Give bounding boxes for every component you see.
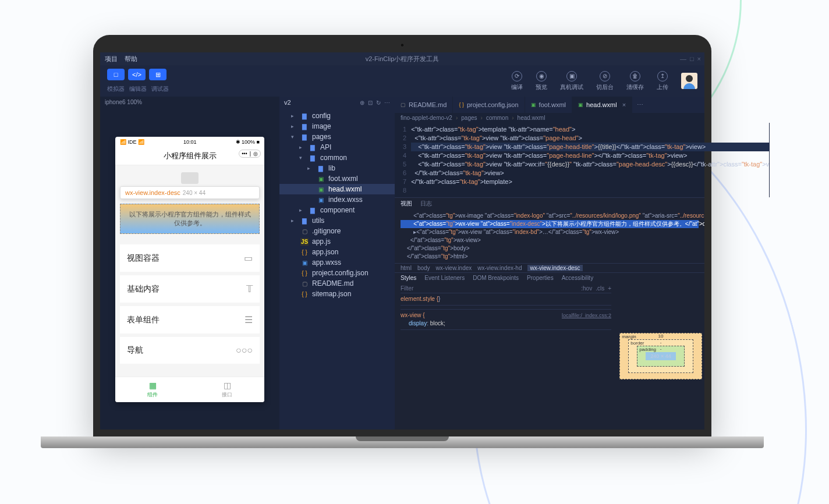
breadcrumb[interactable]: fino-applet-demo-v2›pages›common›head.wx… <box>395 113 704 123</box>
devtools-tab-view[interactable]: 视图 <box>401 200 412 208</box>
box-model: margin 10 border - padding - <box>617 283 704 430</box>
avatar[interactable] <box>681 73 697 89</box>
toolbar-action-清缓存[interactable]: 🗑清缓存 <box>626 71 644 91</box>
editor-label: 编辑器 <box>129 85 147 93</box>
file-item[interactable]: ▢.gitignore <box>279 226 395 236</box>
new-file-icon[interactable]: ⊕ <box>360 100 364 106</box>
folder-item[interactable]: ▸▇lib <box>279 163 395 173</box>
window-close-icon[interactable]: × <box>697 55 701 62</box>
folder-item[interactable]: ▾▇common <box>279 152 395 163</box>
ide-app: 项目 帮助 v2-FinClip小程序开发工具 — □ × □ </> ⊞ <box>100 52 704 430</box>
file-item[interactable]: ▣index.wxss <box>279 194 395 205</box>
menu-project[interactable]: 项目 <box>105 55 118 63</box>
menu-item[interactable]: 视图容器▭ <box>120 244 260 272</box>
styles-tab[interactable]: Styles <box>401 275 416 281</box>
refresh-icon[interactable]: ↻ <box>376 100 381 106</box>
menu-item[interactable]: 表单组件☰ <box>120 306 260 333</box>
dom-crumb[interactable]: wx-view.index-desc <box>527 265 582 271</box>
new-folder-icon[interactable]: ⊡ <box>368 100 373 106</box>
toolbar: □ </> ⊞ 模拟器 编辑器 调试器 ⟳编译◉预览▣真机调试⊘切后台🗑清缓存↥… <box>100 65 704 97</box>
folder-item[interactable]: ▸▇config <box>279 111 395 121</box>
more-icon[interactable]: ⋯ <box>384 100 390 106</box>
explorer-root[interactable]: v2 <box>284 99 291 106</box>
breadcrumb-segment[interactable]: common <box>486 115 508 121</box>
devtools: 视图 日志 <"at">class="tg">wx-image "at">cla… <box>395 197 704 430</box>
close-icon[interactable]: × <box>622 101 626 108</box>
folder-item[interactable]: ▸▇image <box>279 121 395 132</box>
file-item[interactable]: ▣foot.wxml <box>279 173 395 184</box>
css-rule[interactable]: localfile:/_index.css:2wx-view {display:… <box>401 310 611 330</box>
window-minimize-icon[interactable]: — <box>680 55 686 62</box>
file-item[interactable]: ▢README.md <box>279 278 395 289</box>
editor-area: ▢README.md{ }project.config.json▣foot.wx… <box>395 97 704 430</box>
window-title: v2-FinClip小程序开发工具 <box>366 55 440 63</box>
code-editor[interactable]: 12345678 <"tk-attr">class="tk-tag">templ… <box>395 123 704 197</box>
debugger-label: 调试器 <box>151 85 169 93</box>
breadcrumb-segment[interactable]: fino-applet-demo-v2 <box>401 115 452 121</box>
dom-crumb[interactable]: wx-view.index <box>436 265 472 271</box>
editor-tab[interactable]: { }project.config.json <box>453 97 525 113</box>
folder-item[interactable]: ▸▇API <box>279 142 395 152</box>
styles-tab[interactable]: Properties <box>527 275 554 281</box>
menu-item[interactable]: 导航○○○ <box>120 337 260 364</box>
folder-item[interactable]: ▸▇component <box>279 205 395 215</box>
capsule-button[interactable]: ••• | ◎ <box>239 150 261 158</box>
styles-tab[interactable]: Event Listeners <box>424 275 465 281</box>
file-item[interactable]: ▣head.wxml <box>279 184 395 194</box>
capsule-close-icon[interactable]: ◎ <box>253 151 258 157</box>
toolbar-action-上传[interactable]: ↥上传 <box>657 71 668 91</box>
toolbar-action-预览[interactable]: ◉预览 <box>536 71 547 91</box>
toolbar-action-切后台[interactable]: ⊘切后台 <box>596 71 614 91</box>
file-item[interactable]: { }sitemap.json <box>279 289 395 299</box>
hov-toggle[interactable]: :hov <box>581 285 592 292</box>
file-item[interactable]: { }project.config.json <box>279 268 395 278</box>
css-rule[interactable]: element.style {} <box>401 293 611 306</box>
simulator-toggle[interactable]: □ <box>107 69 125 80</box>
add-rule-icon[interactable]: + <box>608 285 611 292</box>
inspector-tooltip: wx-view.index-desc240 × 44 <box>120 186 260 199</box>
menu-item[interactable]: 基础内容𝕋 <box>120 275 260 303</box>
styles-tab[interactable]: DOM Breakpoints <box>473 275 519 281</box>
dom-tree[interactable]: <"at">class="tg">wx-image "at">class="in… <box>395 210 704 263</box>
file-explorer: v2 ⊕ ⊡ ↻ ⋯ ▸▇config▸▇image▾▇pages▸▇API▾▇… <box>279 97 395 430</box>
editor-tab[interactable]: ▢README.md <box>395 97 453 113</box>
menubar: 项目 帮助 v2-FinClip小程序开发工具 — □ × <box>100 52 704 65</box>
tabbar-item[interactable]: ▦组件 <box>115 377 190 402</box>
tabbar-item[interactable]: ◫接口 <box>190 377 264 402</box>
editor-toggle[interactable]: </> <box>128 69 146 80</box>
cls-toggle[interactable]: .cls <box>596 285 604 292</box>
breadcrumb-segment[interactable]: pages <box>461 115 477 121</box>
page-title: 小程序组件展示 <box>164 151 217 160</box>
editor-tab[interactable]: ▣foot.wxml <box>525 97 572 113</box>
debugger-toggle[interactable]: ⊞ <box>149 69 166 80</box>
status-signal: 📶 IDE 📶 <box>120 139 144 145</box>
dom-crumb[interactable]: html <box>401 265 412 271</box>
toolbar-action-编译[interactable]: ⟳编译 <box>511 71 523 91</box>
laptop-frame: 项目 帮助 v2-FinClip小程序开发工具 — □ × □ </> ⊞ <box>93 35 711 448</box>
folder-item[interactable]: ▸▇utils <box>279 215 395 226</box>
dom-crumb[interactable]: wx-view.index-hd <box>477 265 522 271</box>
css-rule[interactable]: </span><span class="sel-name">.index-des… <box>401 306 611 310</box>
editor-tab[interactable]: ▣head.wxml× <box>572 97 632 113</box>
devtools-tab-log[interactable]: 日志 <box>420 200 432 208</box>
status-battery: ✱ 100% ■ <box>236 139 260 145</box>
file-item[interactable]: ▣app.wxss <box>279 257 395 268</box>
styles-filter-input[interactable]: Filter <box>401 285 413 292</box>
file-item[interactable]: { }app.json <box>279 247 395 257</box>
toolbar-action-真机调试[interactable]: ▣真机调试 <box>560 71 583 91</box>
minimap[interactable] <box>769 123 770 197</box>
simulator-pane: iphone6 100% 📶 IDE 📶 10:01 ✱ 100% ■ 小程序组… <box>100 97 279 430</box>
logo-image <box>181 172 199 184</box>
dom-breadcrumb[interactable]: htmlbodywx-view.indexwx-view.index-hdwx-… <box>395 263 704 273</box>
breadcrumb-segment[interactable]: head.wxml <box>518 115 545 121</box>
file-item[interactable]: JSapp.js <box>279 236 395 247</box>
folder-item[interactable]: ▾▇pages <box>279 132 395 142</box>
styles-tab[interactable]: Accessibility <box>562 275 593 281</box>
highlighted-element[interactable]: 以下将展示小程序官方组件能力，组件样式仅供参考。 <box>120 204 260 234</box>
capsule-menu-icon[interactable]: ••• <box>242 151 247 157</box>
device-indicator[interactable]: iphone6 100% <box>100 97 279 108</box>
window-maximize-icon[interactable]: □ <box>690 55 694 62</box>
tabs-more-icon[interactable]: ⋯ <box>632 97 648 113</box>
menu-help[interactable]: 帮助 <box>125 55 137 63</box>
dom-crumb[interactable]: body <box>417 265 430 271</box>
